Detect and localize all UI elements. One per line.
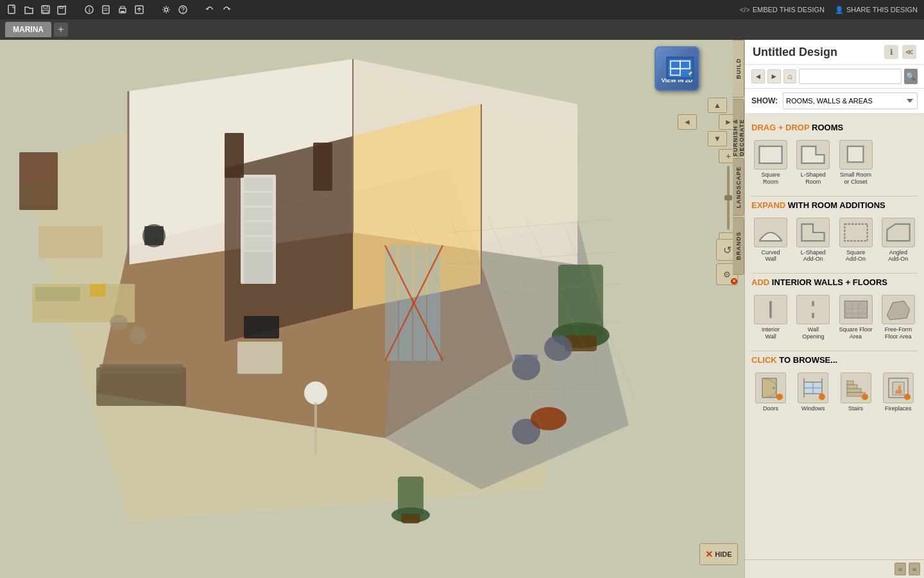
doors-label: Doors [763,405,778,412]
hide-x-icon: ✕ [705,549,713,559]
redo-icon[interactable] [221,4,232,15]
show-dropdown[interactable]: ROOMS, WALLS & AREAS ALL FURNITURE [783,92,918,109]
info-icon[interactable]: i [83,4,95,15]
svg-rect-118 [847,389,861,392]
svg-rect-35 [99,364,183,374]
freeform-floor-icon [882,295,915,324]
notes-icon[interactable] [100,4,112,15]
svg-rect-102 [844,301,867,318]
interior-wall-card[interactable]: InteriorWall [751,292,790,343]
svg-text:i: i [89,7,90,13]
sq-floor-card[interactable]: Square FloorArea [837,292,875,343]
main-area: VIEW IN 2D ▲ ◄ ► ▼ + − ↺ [0,40,924,578]
small-room-card[interactable]: Small Roomor Closet [837,137,875,188]
svg-rect-68 [90,284,106,297]
zoom-track[interactable] [727,166,730,230]
windows-card[interactable]: Windows [794,370,832,415]
panel-search-button[interactable]: 🔍 [904,69,918,84]
panel-forward-button[interactable]: ► [767,69,781,83]
curved-wall-icon [754,218,787,247]
angled-addon-label: AngledAdd-On [888,249,908,263]
embed-link[interactable]: </> EMBED THIS DESIGN [740,6,825,13]
side-tab-brands[interactable]: BRANDS [733,217,744,275]
panel-content: DRAG + DROP ROOMS SquareRoom [745,114,924,559]
zoom-thumb[interactable] [724,195,732,200]
curved-wall-label: CurvedWall [762,249,780,263]
square-room-card[interactable]: SquareRoom [751,137,790,188]
navigation-controls: ▲ ◄ ► ▼ [678,98,738,146]
panel-info-button[interactable]: ℹ [884,45,898,59]
panel-home-button[interactable]: ⌂ [783,69,797,83]
freeform-floor-card[interactable]: Free-FormFloor Area [879,292,918,343]
sq-addon-label: SquareAdd-On [846,249,866,263]
pan-left-button[interactable]: ◄ [678,114,697,130]
svg-rect-3 [43,10,48,13]
tab-marina[interactable]: MARINA [5,22,51,37]
svg-marker-98 [887,223,909,240]
divider-1 [751,196,918,197]
stairs-label: Stairs [848,405,863,412]
undo-icon[interactable] [204,4,216,15]
fireplaces-label: Fireplaces [885,405,912,412]
doors-card[interactable]: Doors [751,370,790,415]
svg-point-59 [544,335,572,361]
hide-button[interactable]: ✕ HIDE [699,543,738,565]
svg-rect-8 [103,6,109,13]
stairs-dot [862,394,868,400]
l-shaped-room-icon [796,140,830,170]
l-addon-icon [796,218,830,247]
help-icon[interactable] [177,4,189,15]
svg-point-55 [304,381,327,405]
room-additions-grid: CurvedWall L-ShapedAdd-On [751,215,918,266]
pan-up-button[interactable]: ▲ [708,98,727,113]
l-addon-card[interactable]: L-ShapedAdd-On [794,215,832,266]
small-room-label: Small Roomor Closet [840,171,871,186]
drag-drop-title: DRAG + DROP ROOMS [751,123,918,132]
drag-drop-rooms-grid: SquareRoom L-ShapedRoom [751,137,918,188]
windows-icon [798,372,828,403]
angled-addon-icon [882,218,915,247]
design-canvas[interactable]: VIEW IN 2D ▲ ◄ ► ▼ + − ↺ [0,40,744,578]
pan-down-button[interactable]: ▼ [708,131,727,146]
print-icon[interactable] [117,4,128,15]
add-tab-button[interactable]: + [54,22,68,37]
side-tab-furnish[interactable]: FURNISH & DECORATE [733,99,744,157]
sq-addon-card[interactable]: SquareAdd-On [837,215,875,266]
angled-addon-card[interactable]: AngledAdd-On [879,215,918,266]
svg-rect-40 [244,193,273,206]
view-in-2d-button[interactable]: VIEW IN 2D [654,46,699,91]
side-tab-build[interactable]: BUILD [733,40,744,98]
svg-rect-41 [244,207,273,220]
open-icon[interactable] [23,4,35,15]
panel-collapse-up-button[interactable]: « [894,563,906,575]
panel-collapse-down-button[interactable]: » [909,563,920,575]
save-icon[interactable] [40,4,51,15]
divider-3 [751,351,918,351]
settings-icon[interactable] [160,4,172,15]
svg-rect-44 [244,252,273,284]
browse-rest: TO BROWSE... [779,355,837,365]
svg-rect-28 [21,153,56,160]
panel-back-button[interactable]: ◄ [751,69,765,83]
export-icon[interactable] [133,4,145,15]
interior-title: ADD INTERIOR WALLS + FLOORS [751,277,918,287]
wall-opening-label: WallOpening [802,326,824,340]
svg-point-14 [165,8,168,12]
panel-bottom: « » [745,559,924,578]
saveas-icon[interactable] [56,4,68,15]
blueprint-icon [664,55,690,77]
wall-opening-card[interactable]: WallOpening [794,292,832,343]
curved-wall-card[interactable]: CurvedWall [751,215,790,266]
l-addon-label: L-ShapedAdd-On [801,249,826,263]
new-icon[interactable] [6,4,18,15]
side-tabs: BUILD FURNISH & DECORATE LANDSCAPE BRAND… [733,40,744,276]
panel-search-input[interactable] [799,69,902,84]
side-tab-landscape[interactable]: LANDSCAPE [733,158,744,216]
share-link[interactable]: 👤 SHARE THIS DESIGN [835,6,918,14]
svg-rect-64 [413,245,426,361]
fireplaces-card[interactable]: Fireplaces [879,370,918,415]
stairs-card[interactable]: Stairs [837,370,875,415]
panel-collapse-button[interactable]: ≪ [902,45,916,59]
l-shaped-room-card[interactable]: L-ShapedRoom [794,137,832,188]
doors-icon [755,372,786,403]
